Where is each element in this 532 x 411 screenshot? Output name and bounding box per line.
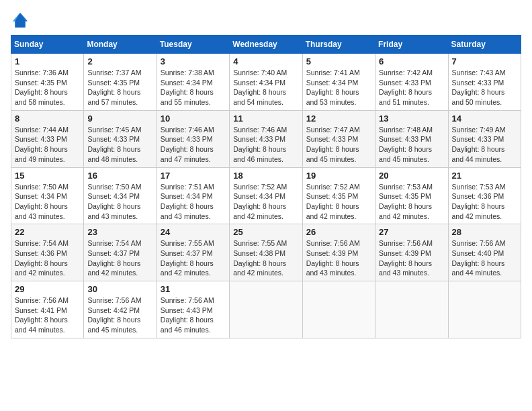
calendar-cell: 12 Sunrise: 7:47 AM Sunset: 4:33 PM Dayl… [302,110,375,167]
day-number: 12 [306,113,371,124]
day-number: 4 [233,56,298,66]
calendar-cell: 11 Sunrise: 7:46 AM Sunset: 4:33 PM Dayl… [230,110,302,167]
day-number: 1 [15,56,80,66]
day-info: Sunrise: 7:56 AM Sunset: 4:40 PM Dayligh… [452,238,517,278]
calendar-week-2: 8 Sunrise: 7:44 AM Sunset: 4:33 PM Dayli… [11,110,521,167]
day-info: Sunrise: 7:49 AM Sunset: 4:33 PM Dayligh… [452,125,517,165]
calendar-header-monday: Monday [84,36,157,54]
calendar-cell: 9 Sunrise: 7:45 AM Sunset: 4:33 PM Dayli… [84,110,157,167]
day-number: 21 [452,171,517,181]
logo [11,11,32,30]
calendar-cell: 10 Sunrise: 7:46 AM Sunset: 4:33 PM Dayl… [157,110,229,167]
day-number: 31 [161,284,226,294]
day-info: Sunrise: 7:38 AM Sunset: 4:34 PM Dayligh… [161,68,226,107]
day-number: 23 [87,227,152,237]
day-info: Sunrise: 7:40 AM Sunset: 4:34 PM Dayligh… [233,68,298,107]
day-info: Sunrise: 7:56 AM Sunset: 4:42 PM Dayligh… [87,295,152,335]
calendar-header-friday: Friday [375,36,448,54]
calendar-cell: 22 Sunrise: 7:54 AM Sunset: 4:36 PM Dayl… [11,224,84,281]
calendar-cell: 24 Sunrise: 7:55 AM Sunset: 4:37 PM Dayl… [157,224,229,281]
day-number: 20 [379,171,444,181]
calendar-cell: 23 Sunrise: 7:54 AM Sunset: 4:37 PM Dayl… [84,224,157,281]
calendar-cell: 6 Sunrise: 7:42 AM Sunset: 4:33 PM Dayli… [375,54,448,111]
day-info: Sunrise: 7:56 AM Sunset: 4:39 PM Dayligh… [379,238,444,278]
day-number: 3 [161,56,226,66]
calendar-cell: 1 Sunrise: 7:36 AM Sunset: 4:35 PM Dayli… [11,54,84,111]
day-info: Sunrise: 7:44 AM Sunset: 4:33 PM Dayligh… [15,125,80,165]
day-number: 15 [15,171,80,181]
day-number: 17 [161,171,226,181]
day-info: Sunrise: 7:55 AM Sunset: 4:37 PM Dayligh… [161,238,226,278]
calendar-cell: 15 Sunrise: 7:50 AM Sunset: 4:34 PM Dayl… [11,167,84,224]
calendar-cell: 2 Sunrise: 7:37 AM Sunset: 4:35 PM Dayli… [84,54,157,111]
day-info: Sunrise: 7:47 AM Sunset: 4:33 PM Dayligh… [306,125,371,165]
calendar-body: 1 Sunrise: 7:36 AM Sunset: 4:35 PM Dayli… [11,54,521,338]
day-number: 19 [306,171,371,181]
day-info: Sunrise: 7:46 AM Sunset: 4:33 PM Dayligh… [233,125,298,165]
day-number: 10 [161,113,226,124]
day-info: Sunrise: 7:55 AM Sunset: 4:38 PM Dayligh… [233,238,298,278]
calendar-header-row: SundayMondayTuesdayWednesdayThursdayFrid… [11,36,521,54]
calendar-cell: 3 Sunrise: 7:38 AM Sunset: 4:34 PM Dayli… [157,54,229,111]
calendar-cell: 8 Sunrise: 7:44 AM Sunset: 4:33 PM Dayli… [11,110,84,167]
calendar-table: SundayMondayTuesdayWednesdayThursdayFrid… [11,35,521,338]
calendar-header-sunday: Sunday [11,36,84,54]
calendar-week-3: 15 Sunrise: 7:50 AM Sunset: 4:34 PM Dayl… [11,167,521,224]
day-info: Sunrise: 7:56 AM Sunset: 4:43 PM Dayligh… [161,295,226,335]
day-info: Sunrise: 7:53 AM Sunset: 4:36 PM Dayligh… [452,182,517,222]
day-number: 6 [379,56,444,66]
day-number: 29 [15,284,80,294]
calendar-cell [448,281,521,338]
calendar-cell [230,281,302,338]
day-info: Sunrise: 7:54 AM Sunset: 4:37 PM Dayligh… [87,238,152,278]
day-number: 28 [452,227,517,237]
calendar-cell: 5 Sunrise: 7:41 AM Sunset: 4:34 PM Dayli… [302,54,375,111]
day-number: 14 [452,113,517,124]
calendar-cell: 20 Sunrise: 7:53 AM Sunset: 4:35 PM Dayl… [375,167,448,224]
day-info: Sunrise: 7:41 AM Sunset: 4:34 PM Dayligh… [306,68,371,107]
day-number: 25 [233,227,298,237]
calendar-cell: 19 Sunrise: 7:52 AM Sunset: 4:35 PM Dayl… [302,167,375,224]
logo-icon [11,11,30,30]
calendar-header-saturday: Saturday [448,36,521,54]
day-info: Sunrise: 7:54 AM Sunset: 4:36 PM Dayligh… [15,238,80,278]
day-info: Sunrise: 7:56 AM Sunset: 4:41 PM Dayligh… [15,295,80,335]
day-info: Sunrise: 7:53 AM Sunset: 4:35 PM Dayligh… [379,182,444,222]
calendar-header-tuesday: Tuesday [157,36,229,54]
day-number: 30 [87,284,152,294]
day-number: 13 [379,113,444,124]
calendar-cell: 14 Sunrise: 7:49 AM Sunset: 4:33 PM Dayl… [448,110,521,167]
calendar-cell: 27 Sunrise: 7:56 AM Sunset: 4:39 PM Dayl… [375,224,448,281]
day-info: Sunrise: 7:51 AM Sunset: 4:34 PM Dayligh… [161,182,226,222]
calendar-cell: 13 Sunrise: 7:48 AM Sunset: 4:33 PM Dayl… [375,110,448,167]
day-number: 26 [306,227,371,237]
calendar-cell: 18 Sunrise: 7:52 AM Sunset: 4:34 PM Dayl… [230,167,302,224]
calendar-cell: 7 Sunrise: 7:43 AM Sunset: 4:33 PM Dayli… [448,54,521,111]
calendar-week-1: 1 Sunrise: 7:36 AM Sunset: 4:35 PM Dayli… [11,54,521,111]
calendar-cell [375,281,448,338]
day-number: 16 [87,171,152,181]
calendar-cell [302,281,375,338]
day-info: Sunrise: 7:43 AM Sunset: 4:33 PM Dayligh… [452,68,517,107]
day-info: Sunrise: 7:48 AM Sunset: 4:33 PM Dayligh… [379,125,444,165]
calendar-cell: 31 Sunrise: 7:56 AM Sunset: 4:43 PM Dayl… [157,281,229,338]
calendar-cell: 21 Sunrise: 7:53 AM Sunset: 4:36 PM Dayl… [448,167,521,224]
day-number: 24 [161,227,226,237]
day-info: Sunrise: 7:42 AM Sunset: 4:33 PM Dayligh… [379,68,444,107]
page-header [11,11,521,30]
calendar-cell: 28 Sunrise: 7:56 AM Sunset: 4:40 PM Dayl… [448,224,521,281]
day-info: Sunrise: 7:52 AM Sunset: 4:34 PM Dayligh… [233,182,298,222]
day-number: 8 [15,113,80,124]
day-number: 7 [452,56,517,66]
calendar-cell: 29 Sunrise: 7:56 AM Sunset: 4:41 PM Dayl… [11,281,84,338]
day-info: Sunrise: 7:45 AM Sunset: 4:33 PM Dayligh… [87,125,152,165]
day-info: Sunrise: 7:50 AM Sunset: 4:34 PM Dayligh… [15,182,80,222]
calendar-cell: 4 Sunrise: 7:40 AM Sunset: 4:34 PM Dayli… [230,54,302,111]
calendar-cell: 26 Sunrise: 7:56 AM Sunset: 4:39 PM Dayl… [302,224,375,281]
day-number: 18 [233,171,298,181]
day-number: 2 [87,56,152,66]
day-number: 9 [87,113,152,124]
calendar-cell: 16 Sunrise: 7:50 AM Sunset: 4:34 PM Dayl… [84,167,157,224]
day-info: Sunrise: 7:37 AM Sunset: 4:35 PM Dayligh… [87,68,152,107]
day-info: Sunrise: 7:46 AM Sunset: 4:33 PM Dayligh… [161,125,226,165]
